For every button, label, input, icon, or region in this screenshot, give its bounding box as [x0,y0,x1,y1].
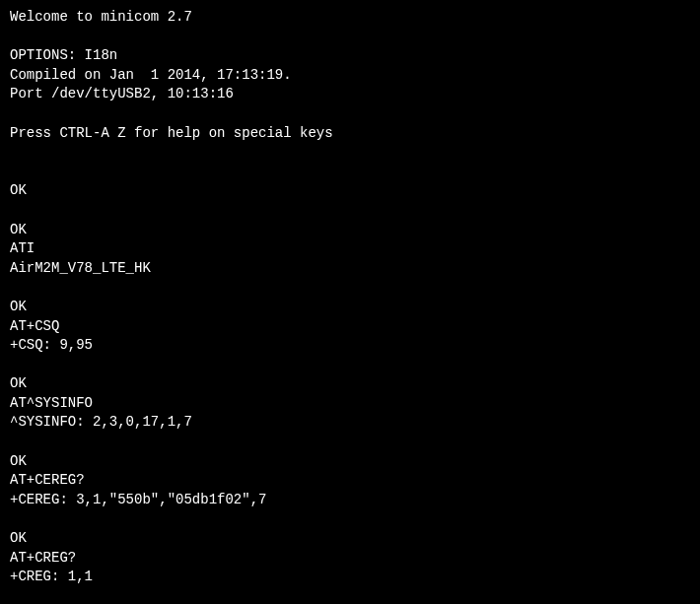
help-line: Press CTRL-A Z for help on special keys [10,124,690,144]
terminal-output[interactable]: Welcome to minicom 2.7 OPTIONS: I18n Com… [10,8,690,604]
blank-line [10,28,690,47]
ok-response: OK [10,529,690,549]
options-line: OPTIONS: I18n [10,46,690,66]
at-response: +CREG: 1,1 [10,568,690,587]
ok-response: OK [10,452,690,472]
port-line: Port /dev/ttyUSB2, 10:13:16 [10,85,690,104]
at-command: AT^SYSINFO [10,394,690,414]
at-command: ATI [10,239,690,259]
ok-response: OK [10,298,690,317]
ok-response: OK [10,181,690,201]
blank-line [10,587,690,604]
at-response: AirM2M_V78_LTE_HK [10,259,690,279]
blank-line [10,509,690,529]
welcome-line: Welcome to minicom 2.7 [10,8,690,28]
blank-line [10,143,690,163]
ok-response: OK [10,221,690,240]
blank-line [10,104,690,124]
at-command: AT+CREG? [10,549,690,569]
at-response: +CEREG: 3,1,"550b","05db1f02",7 [10,491,690,510]
at-response: +CSQ: 9,95 [10,336,690,356]
blank-line [10,163,690,182]
blank-line [10,278,690,298]
blank-line [10,356,690,375]
blank-line [10,201,690,221]
ok-response: OK [10,374,690,394]
at-command: AT+CSQ [10,317,690,337]
blank-line [10,433,690,452]
compiled-line: Compiled on Jan 1 2014, 17:13:19. [10,66,690,86]
at-command: AT+CEREG? [10,471,690,491]
at-response: ^SYSINFO: 2,3,0,17,1,7 [10,413,690,433]
